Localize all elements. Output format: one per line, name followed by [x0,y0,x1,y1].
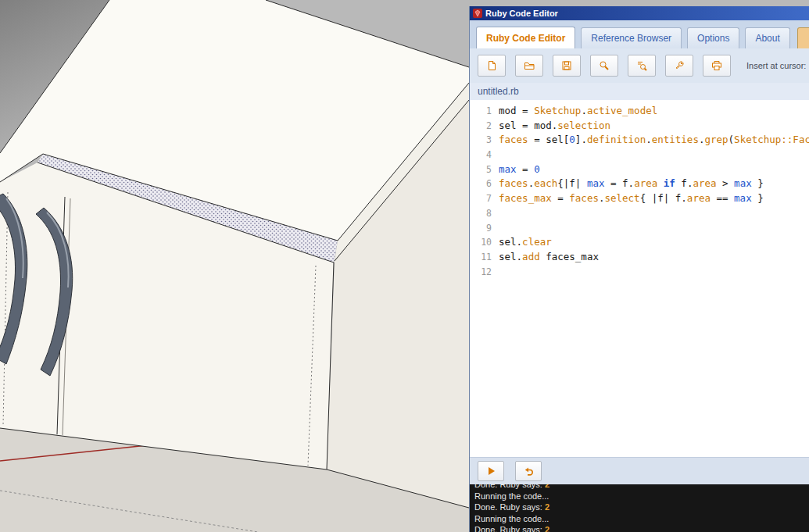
wrench-icon [673,59,686,72]
find-replace-button[interactable] [628,55,656,77]
tab-ruby-code-editor[interactable]: Ruby Code Editor [476,27,575,49]
tab-bar: Ruby Code Editor Reference Browser Optio… [470,20,809,49]
console-line: Running the code... [474,491,809,502]
editor-toolbar: Insert at cursor: ▾ [470,48,809,83]
window-titlebar[interactable]: Ruby Code Editor [470,6,809,20]
code-line: 2sel = mod.selection [474,119,809,134]
console-line: Running the code... [474,513,809,525]
console-line: Done. Ruby says: 2 [474,502,809,513]
code-editor[interactable]: 1mod = Sketchup.active_model2sel = mod.s… [470,100,809,458]
print-button[interactable] [703,55,731,77]
code-line: 5max = 0 [474,162,809,177]
printer-icon [711,59,723,72]
code-line: 3faces = sel[0].definition.entities.grep… [474,133,809,148]
ruby-code-editor-window: Ruby Code Editor Ruby Code Editor Refere… [469,6,809,532]
ruby-icon [473,9,482,18]
tab-about[interactable]: About [745,27,789,48]
run-toolbar [470,457,809,484]
search-replace-icon [635,59,648,72]
undo-arrow-icon [522,465,535,477]
console-lines: Done. Ruby says: 2Running the code...Don… [474,484,809,532]
code-line: 6faces.each{|f| max = f.area if f.area >… [474,177,809,191]
screenshot-root: Ruby Code Editor Ruby Code Editor Refere… [0,0,809,532]
output-console[interactable]: Done. Ruby says: 2Running the code...Don… [470,484,809,532]
code-line: 7faces_max = faces.select{ |f| f.area ==… [474,191,809,206]
undo-button[interactable] [515,461,542,481]
code-line: 9 [474,221,809,236]
tab-reference-browser[interactable]: Reference Browser [581,27,682,48]
code-line: 4 [474,148,809,162]
code-line: 12 [474,265,809,280]
save-file-button[interactable] [553,55,581,77]
window-title: Ruby Code Editor [485,9,558,18]
play-icon [485,465,497,477]
tab-options[interactable]: Options [687,27,739,48]
run-button[interactable] [478,461,504,481]
code-line: 1mod = Sketchup.active_model [474,104,809,119]
code-line: 8 [474,206,809,221]
tab-partial[interactable] [797,27,809,48]
code-lines: 1mod = Sketchup.active_model2sel = mod.s… [474,104,809,279]
save-icon [560,59,573,72]
open-file-button[interactable] [515,55,543,77]
search-icon [598,59,610,72]
code-line: 10sel.clear [474,235,809,250]
console-line: Done. Ruby says: 2 [474,484,809,491]
new-file-icon [485,59,498,72]
filename-bar: untitled.rb [470,83,809,101]
console-line: Done. Ruby says: 2 [474,524,809,532]
insert-at-cursor-label: Insert at cursor: [746,61,806,70]
open-folder-icon [523,59,535,72]
tools-button[interactable] [665,55,693,77]
code-line: 11sel.add faces_max [474,250,809,265]
find-button[interactable] [590,55,618,77]
new-file-button[interactable] [478,55,506,77]
filename-label: untitled.rb [478,86,519,97]
